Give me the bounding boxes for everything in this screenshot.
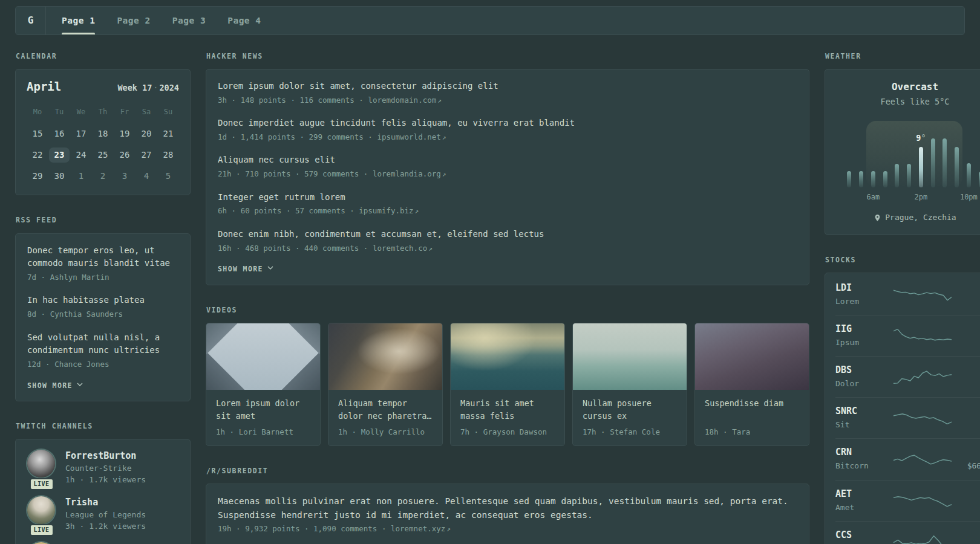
stock-symbol-link[interactable]: SNRC [835, 406, 857, 416]
calendar-month: April [27, 79, 61, 95]
hackernews-show-more-button[interactable]: SHOW MORE [218, 264, 273, 274]
twitch-avatar-wrap: LIVE [27, 450, 56, 485]
video-card[interactable]: Lorem ipsum dolor sit amet consectetu…1h… [206, 323, 321, 447]
hackernews-domain-link[interactable]: ipsumworld.net↗ [377, 132, 446, 141]
calendar-day-number: 5 [166, 170, 171, 183]
hackernews-item-meta: 16h · 468 points · 440 comments · loremt… [218, 243, 797, 254]
calendar-widget: April Week 17·2024 MoTuWeThFrSaSu1516171… [15, 69, 191, 195]
calendar-day-number: 18 [98, 128, 108, 140]
location-pin-icon [874, 214, 881, 222]
rss-show-more-button[interactable]: SHOW MORE [27, 381, 83, 390]
stock-row[interactable]: DBSDolor+1.42%$156.28 [835, 356, 980, 397]
calendar-day: 17 [70, 125, 92, 143]
rss-item-title-link[interactable]: In hac habitasse platea [27, 295, 145, 305]
stock-values: +0.92%$499.72 [952, 488, 980, 513]
app-logo[interactable]: G [16, 7, 46, 34]
stocks-section-title: STOCKS [825, 255, 980, 265]
calendar-week-label: Week 17 [117, 83, 152, 92]
video-card[interactable]: Suspendisse diam18h · Tara [694, 323, 809, 447]
stock-row[interactable]: AETAmet+0.92%$499.72 [835, 480, 980, 521]
subreddit-domain-link[interactable]: loremnet.xyz↗ [391, 524, 451, 533]
video-card-body: Nullam posuere cursus ex17h · Stefan Col… [573, 390, 687, 446]
live-badge: LIVE [29, 524, 53, 536]
calendar-header: April Week 17·2024 [27, 79, 179, 95]
video-card[interactable]: Mauris sit amet massa felis7h · Grayson … [450, 323, 565, 447]
rss-item-meta: 7d · Ashlyn Martin [27, 272, 178, 283]
item-meta-text: 3h · 148 points · 116 comments · [218, 96, 368, 105]
weather-bar [847, 171, 851, 188]
weather-bar [907, 164, 911, 188]
hackernews-domain-link[interactable]: loremlandia.org↗ [373, 169, 446, 178]
calendar-day-number: 1 [79, 170, 83, 183]
hackernews-item-title-link[interactable]: Integer eget rutrum lorem [218, 192, 345, 202]
weather-bar-column [855, 132, 867, 187]
tab-page-4[interactable]: Page 4 [220, 7, 268, 34]
middle-column: HACKER NEWS Lorem ipsum dolor sit amet, … [206, 51, 809, 544]
weather-bar-column [951, 132, 963, 187]
stock-row[interactable]: LDILorem+4.35%$795.18 [835, 274, 980, 315]
twitch-channel-row[interactable]: LIVEForrestBurtonCounter-Strike1h · 1.7k… [27, 450, 178, 485]
weather-bar [967, 163, 971, 187]
domain-text: ipsumworld.net [377, 132, 440, 141]
hackernews-domain-link[interactable]: loremdomain.com↗ [368, 96, 442, 105]
stock-symbol-link[interactable]: IIG [835, 323, 852, 334]
stock-sparkline [893, 368, 952, 386]
video-card-body: Aliquam tempor dolor nec pharetra…1h · M… [328, 390, 442, 446]
hackernews-item-title-link[interactable]: Donec imperdiet augue tincidunt felis al… [218, 118, 575, 128]
top-nav: G Page 1 Page 2 Page 3 Page 4 [15, 6, 965, 35]
subreddit-post-title[interactable]: Maecenas mollis pulvinar erat non posuer… [218, 496, 788, 519]
domain-text: loremtech.co [373, 244, 427, 253]
stock-symbol-link[interactable]: AET [835, 488, 852, 499]
hackernews-domain-link[interactable]: ipsumify.biz↗ [359, 206, 419, 215]
twitch-channel-meta: 3h · 1.2k viewers [65, 521, 146, 532]
hackernews-item-title-link[interactable]: Donec enim nibh, condimentum et accumsan… [218, 229, 544, 239]
hackernews-domain-link[interactable]: loremtech.co↗ [373, 244, 433, 253]
twitch-channel-name-link[interactable]: ForrestBurton [65, 450, 136, 461]
stocks-section: STOCKS LDILorem+4.35%$795.18IIGIpsum+2.8… [825, 255, 980, 544]
weather-bar-column [867, 132, 880, 187]
stock-identity: CCSConsectetur [835, 529, 893, 544]
stock-row[interactable]: IIGIpsum+2.84%$42.04 [835, 315, 980, 356]
calendar-day-number: 27 [142, 149, 152, 161]
weather-bar [883, 171, 887, 188]
stock-symbol-link[interactable]: CCS [835, 529, 852, 540]
weather-bar-column: 9° [915, 132, 927, 187]
stock-symbol-link[interactable]: CRN [835, 447, 852, 458]
weather-bar-column [843, 132, 855, 187]
domain-text: ipsumify.biz [359, 206, 413, 215]
domain-text: loremdomain.com [368, 96, 436, 105]
hackernews-item-meta: 3h · 148 points · 116 comments · loremdo… [218, 95, 797, 106]
weather-bar [955, 147, 959, 187]
rss-item-title-link[interactable]: Sed volutpat nulla nisl, a condimentum n… [27, 332, 160, 355]
tab-page-2[interactable]: Page 2 [109, 7, 157, 34]
subreddit-section: /R/SUBREDDIT Maecenas mollis pulvinar er… [206, 466, 809, 544]
calendar-section-title: CALENDAR [16, 51, 191, 61]
twitch-avatar-wrap: LIVE [27, 496, 56, 532]
dot-separator: · [152, 83, 159, 92]
weather-widget: Overcast Feels like 5°C 9° 6am2pm10pm Pr… [825, 69, 980, 235]
twitch-channel-name-link[interactable]: Trisha [65, 497, 98, 508]
calendar-day-number: 4 [144, 170, 149, 183]
video-card[interactable]: Aliquam tempor dolor nec pharetra…1h · M… [328, 323, 443, 447]
twitch-channel-row[interactable]: LIVETrishaLeague of Legends3h · 1.2k vie… [27, 496, 178, 532]
stock-symbol-link[interactable]: DBS [835, 364, 852, 375]
calendar-day-number: 16 [54, 128, 65, 140]
calendar-day: 22 [27, 146, 48, 164]
video-card[interactable]: Nullam posuere cursus ex17h · Stefan Col… [572, 323, 687, 447]
tab-page-1[interactable]: Page 1 [54, 7, 102, 34]
calendar-day-number: 21 [163, 128, 174, 140]
show-more-label: SHOW MORE [218, 264, 263, 274]
video-thumbnail [695, 323, 809, 390]
weather-bar [871, 171, 875, 188]
stock-row[interactable]: SNRCSit+1.36%$148.64 [835, 397, 980, 438]
stock-row[interactable]: CRNBitcorn-1.00%$66,171.48 [835, 438, 980, 479]
hackernews-item-title-link[interactable]: Lorem ipsum dolor sit amet, consectetur … [218, 81, 498, 91]
tab-page-3[interactable]: Page 3 [165, 7, 213, 34]
hackernews-item-title-link[interactable]: Aliquam nec cursus elit [218, 155, 335, 164]
rss-item-title-link[interactable]: Donec tempor eros leo, ut commodo mauris… [27, 245, 170, 268]
stock-row[interactable]: CCSConsectetur+0.51%$165.84 [835, 521, 980, 544]
item-meta-text: 6h · 60 points · 57 comments · [218, 206, 359, 215]
stock-symbol-link[interactable]: LDI [835, 282, 852, 293]
calendar-day-number: 28 [163, 149, 174, 161]
hackernews-item: Donec imperdiet augue tincidunt felis al… [218, 117, 797, 142]
